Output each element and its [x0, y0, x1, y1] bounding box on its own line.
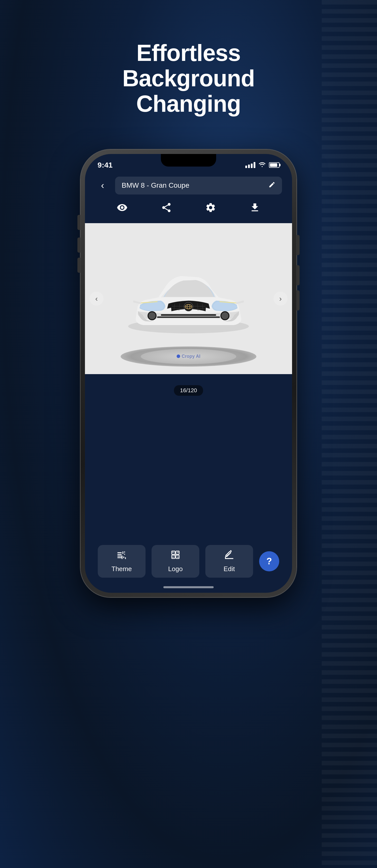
battery-icon [269, 162, 279, 168]
car-display: Cropy AI ‹ › [85, 223, 292, 374]
help-button[interactable]: ? [259, 551, 279, 571]
logo-label: Logo [168, 565, 183, 573]
view-button[interactable] [116, 202, 128, 216]
car-image-section: Cropy AI ‹ › [85, 223, 292, 374]
edit-button[interactable]: Edit [205, 545, 253, 578]
status-icons [245, 161, 279, 168]
download-button[interactable] [249, 202, 261, 216]
svg-rect-12 [161, 314, 216, 316]
nav-bar: ‹ BMW 8 - Gran Coupe [85, 172, 292, 199]
action-toolbar [85, 199, 292, 223]
car-next-button[interactable]: › [273, 291, 287, 306]
theme-label: Theme [112, 565, 132, 573]
svg-point-17 [221, 312, 229, 319]
logo-button[interactable]: Logo [151, 545, 199, 578]
phone-mockup: 9:41 [80, 150, 297, 597]
phone-inner: 9:41 [85, 154, 292, 593]
watermark-dot [177, 354, 180, 358]
status-time: 9:41 [98, 161, 113, 169]
car-prev-button[interactable]: ‹ [90, 291, 104, 306]
wifi-icon [259, 161, 266, 168]
watermark: Cropy AI [177, 354, 200, 359]
bottom-toolbar: Theme Logo [85, 545, 292, 578]
edit-tool-icon [224, 550, 234, 562]
phone-outer: 9:41 [80, 150, 297, 597]
logo-icon [170, 550, 180, 562]
svg-rect-13 [157, 316, 220, 318]
hero-title: Effortless Background Changing [75, 40, 302, 117]
signal-icon [245, 162, 255, 168]
car-svg [111, 251, 266, 346]
theme-button[interactable]: Theme [98, 545, 145, 578]
edit-label: Edit [224, 565, 235, 573]
home-indicator [163, 586, 214, 588]
svg-point-15 [148, 312, 156, 319]
theme-icon [116, 550, 127, 562]
nav-title-bar: BMW 8 - Gran Coupe [115, 177, 282, 194]
page-counter: 16/120 [174, 385, 203, 396]
back-button[interactable]: ‹ [95, 180, 110, 191]
nav-title-text: BMW 8 - Gran Coupe [122, 181, 189, 189]
share-button[interactable] [161, 202, 172, 216]
car-svg-container: Cropy AI [85, 223, 292, 374]
phone-notch [161, 154, 216, 166]
edit-icon[interactable] [268, 181, 275, 190]
settings-button[interactable] [205, 202, 216, 216]
